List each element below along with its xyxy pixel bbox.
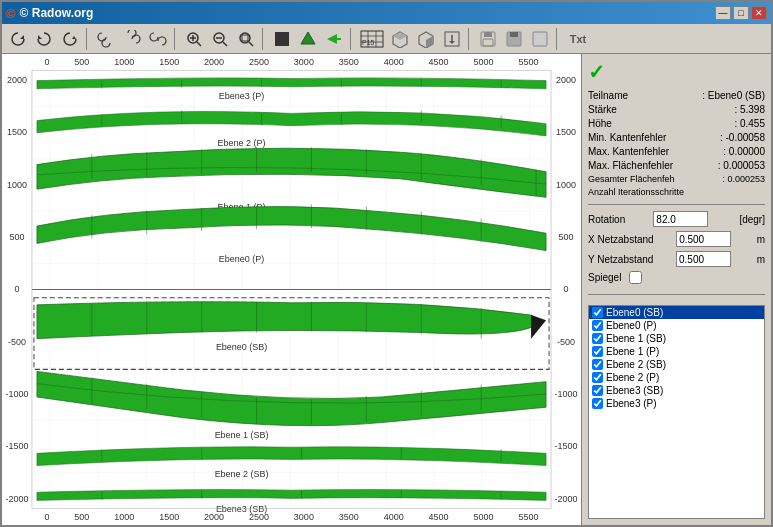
svg-line-8 <box>223 42 227 46</box>
starke-label: Stärke <box>588 104 617 115</box>
x-netz-unit: m <box>757 234 765 245</box>
teilname-row: Teilname : Ebene0 (SB) <box>588 90 765 101</box>
rotate-btn-3[interactable] <box>58 28 82 50</box>
layer-checkbox-ebene3-p[interactable] <box>592 398 603 409</box>
view3d-btn-2[interactable] <box>414 28 438 50</box>
svg-rect-31 <box>483 39 493 46</box>
rotate-btn-1[interactable] <box>6 28 30 50</box>
svg-text:Ebene 1 (SB): Ebene 1 (SB) <box>215 430 269 440</box>
layer-checkbox-ebene2-sb[interactable] <box>592 359 603 370</box>
ges-flach-label: Gesamter Flächenfeh <box>588 174 675 184</box>
title-bar-left: © © Radow.org <box>6 6 93 21</box>
canvas-area[interactable]: 0 500 1000 1500 2000 2500 3000 3500 4000… <box>2 54 581 525</box>
rotation-input[interactable] <box>653 211 708 227</box>
save-btn-3[interactable] <box>528 28 552 50</box>
svg-text:P15: P15 <box>362 39 375 46</box>
sep-6 <box>556 28 560 50</box>
ges-flach-value: : 0.000253 <box>722 174 765 184</box>
text-btn[interactable]: Txt <box>564 28 592 50</box>
layer-checkbox-ebene0-p[interactable] <box>592 320 603 331</box>
rotate-btn-2[interactable] <box>32 28 56 50</box>
spiegel-row: Spiegel <box>588 271 765 284</box>
ges-flach-row: Gesamter Flächenfeh : 0.000253 <box>588 174 765 184</box>
x-netz-label: X Netzabstand <box>588 234 654 245</box>
y-netz-input[interactable] <box>676 251 731 267</box>
hohe-value: : 0.455 <box>734 118 765 129</box>
close-button[interactable]: ✕ <box>751 6 767 20</box>
title-text: © Radow.org <box>20 6 94 20</box>
layer-item-ebene1-sb[interactable]: Ebene 1 (SB) <box>589 332 764 345</box>
logo: © <box>6 6 16 21</box>
svg-rect-34 <box>533 32 547 46</box>
canvas-svg: Ebene3 (P) Ebene 2 (P) <box>2 54 581 525</box>
rotation-label: Rotation <box>588 214 625 225</box>
view3d-btn-1[interactable] <box>388 28 412 50</box>
max-kant-row: Max. Kantenfehler : 0.00000 <box>588 146 765 157</box>
sep-5 <box>468 28 472 50</box>
layer-checkbox-ebene3-sb[interactable] <box>592 385 603 396</box>
svg-rect-12 <box>242 35 248 41</box>
hohe-label: Höhe <box>588 118 612 129</box>
sep-2 <box>174 28 178 50</box>
zoom-in-btn[interactable] <box>182 28 206 50</box>
layer-item-ebene0-sb[interactable]: Ebene0 (SB) <box>589 306 764 319</box>
title-controls: — □ ✕ <box>715 6 767 20</box>
export-btn[interactable] <box>440 28 464 50</box>
minimize-button[interactable]: — <box>715 6 731 20</box>
svg-text:Ebene 2 (P): Ebene 2 (P) <box>218 138 266 148</box>
rotate-multi-1[interactable] <box>94 28 118 50</box>
grid-btn[interactable]: P15 <box>358 28 386 50</box>
toolbar: P15 Txt <box>2 24 771 54</box>
maximize-button[interactable]: □ <box>733 6 749 20</box>
svg-text:Ebene0 (SB): Ebene0 (SB) <box>216 342 267 352</box>
rotate-multi-2[interactable] <box>120 28 144 50</box>
teilname-value: : Ebene0 (SB) <box>702 90 765 101</box>
layer-item-ebene0-p[interactable]: Ebene0 (P) <box>589 319 764 332</box>
layer-checkbox-ebene0-sb[interactable] <box>592 307 603 318</box>
anzahl-label: Anzahl Iterationsschritte <box>588 187 684 197</box>
hohe-row: Höhe : 0.455 <box>588 118 765 129</box>
accept-checkmark[interactable]: ✓ <box>588 60 765 84</box>
y-netz-unit: m <box>757 254 765 265</box>
svg-text:Ebene3 (P): Ebene3 (P) <box>219 91 264 101</box>
teilname-label: Teilname <box>588 90 628 101</box>
select-btn[interactable] <box>270 28 294 50</box>
rotation-unit: [degr] <box>739 214 765 225</box>
svg-marker-15 <box>327 34 341 44</box>
svg-rect-33 <box>510 32 518 37</box>
layer-checkbox-ebene1-sb[interactable] <box>592 333 603 344</box>
main-window: © © Radow.org — □ ✕ <box>0 0 773 527</box>
spiegel-label: Spiegel <box>588 272 621 283</box>
max-flach-value: : 0.000053 <box>718 160 765 171</box>
min-kant-label: Min. Kantenfehler <box>588 132 666 143</box>
svg-marker-1 <box>38 35 42 39</box>
starke-value: : 5.398 <box>734 104 765 115</box>
sep-3 <box>262 28 266 50</box>
polygon-btn[interactable] <box>296 28 320 50</box>
arrow-btn[interactable] <box>322 28 346 50</box>
layer-item-ebene2-p[interactable]: Ebene 2 (P) <box>589 371 764 384</box>
layer-item-ebene2-sb[interactable]: Ebene 2 (SB) <box>589 358 764 371</box>
layer-checkbox-ebene2-p[interactable] <box>592 372 603 383</box>
x-netz-input[interactable] <box>676 231 731 247</box>
svg-text:Ebene0 (P): Ebene0 (P) <box>219 254 264 264</box>
svg-marker-23 <box>393 32 407 40</box>
save-btn-2[interactable] <box>502 28 526 50</box>
svg-line-4 <box>197 42 201 46</box>
svg-marker-14 <box>301 32 315 44</box>
layer-item-ebene1-p[interactable]: Ebene 1 (P) <box>589 345 764 358</box>
layer-checkbox-ebene1-p[interactable] <box>592 346 603 357</box>
rotate-multi-3[interactable] <box>146 28 170 50</box>
sep-1 <box>86 28 90 50</box>
main-content: 0 500 1000 1500 2000 2500 3000 3500 4000… <box>2 54 771 525</box>
layer-item-ebene3-sb[interactable]: Ebene3 (SB) <box>589 384 764 397</box>
zoom-out-btn[interactable] <box>208 28 232 50</box>
max-kant-value: : 0.00000 <box>723 146 765 157</box>
y-netz-row: Y Netzabstand m <box>588 251 765 267</box>
save-btn-1[interactable] <box>476 28 500 50</box>
zoom-fit-btn[interactable] <box>234 28 258 50</box>
x-netz-row: X Netzabstand m <box>588 231 765 247</box>
spiegel-checkbox[interactable] <box>629 271 642 284</box>
svg-rect-30 <box>484 32 492 37</box>
layer-item-ebene3-p[interactable]: Ebene3 (P) <box>589 397 764 410</box>
